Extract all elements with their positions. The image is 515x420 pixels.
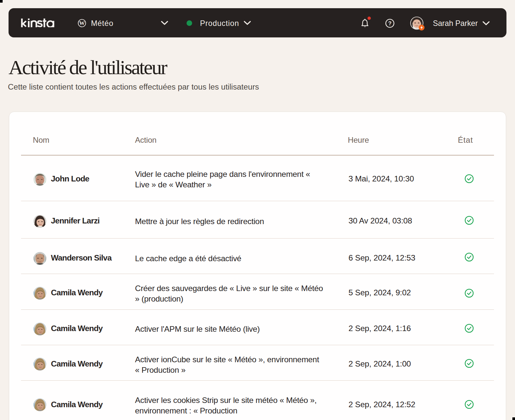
svg-text:W: W — [79, 20, 85, 26]
svg-text:?: ? — [388, 20, 392, 26]
